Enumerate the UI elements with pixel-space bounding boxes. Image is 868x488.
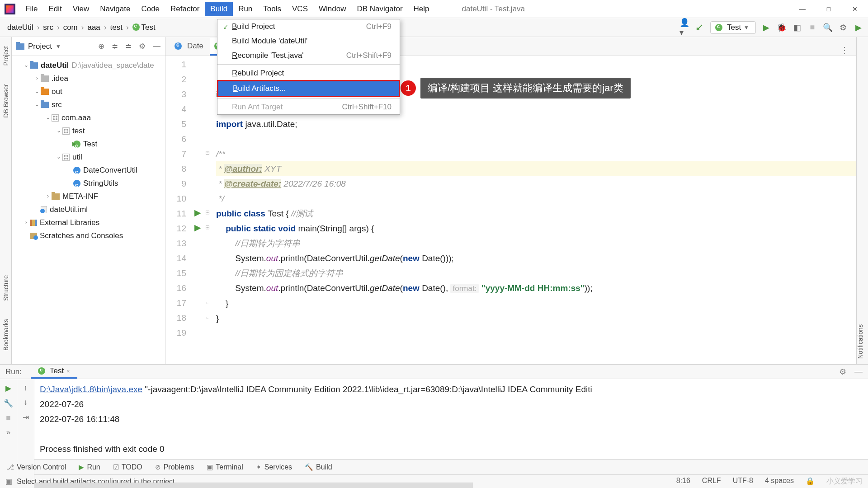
tree-external-libraries[interactable]: ›External Libraries	[14, 216, 163, 229]
window-title: dateUtil - Test.java	[462, 5, 525, 14]
rail-structure[interactable]: Structure	[2, 275, 9, 301]
tree-test[interactable]: ⌄test	[14, 124, 163, 137]
project-header-label[interactable]: Project	[28, 42, 52, 51]
exit-button[interactable]: »	[6, 428, 10, 437]
run-header-label: Run:	[5, 367, 22, 376]
menu-window[interactable]: Window	[313, 2, 351, 16]
run-output[interactable]: D:\Java\jdk1.8\bin\java.exe "-javaagent:…	[34, 379, 868, 488]
rerun-button[interactable]: ▶	[5, 384, 11, 393]
menu-navigate[interactable]: Navigate	[94, 2, 136, 16]
menu-view[interactable]: View	[67, 2, 95, 16]
tab-date[interactable]: Date	[170, 38, 210, 56]
project-header: Project ▼ ⊕ ≑ ≐ ⚙ —	[12, 37, 165, 56]
down-stack-button[interactable]: ↓	[24, 398, 28, 407]
breadcrumb[interactable]: dateUtil›src›com›aaa›test›Test	[5, 22, 158, 33]
crumb-test[interactable]: Test	[130, 22, 158, 33]
locate-icon[interactable]: ⊕	[98, 42, 104, 51]
run-tab-label: Test	[50, 366, 64, 375]
callout-number: 1	[401, 80, 416, 96]
tree-dateconvertutil[interactable]: DateConvertUtil	[14, 164, 163, 177]
maximize-button[interactable]: □	[816, 0, 842, 18]
folder-icon	[16, 43, 24, 50]
run-settings-icon[interactable]: ⚙	[839, 367, 846, 377]
collapse-all-icon[interactable]: ≐	[125, 42, 132, 51]
settings-icon[interactable]: ⚙	[139, 42, 146, 51]
class-icon	[175, 42, 182, 50]
crumb-test[interactable]: test	[108, 22, 125, 33]
run-config-selector[interactable]: Test ▼	[710, 21, 756, 34]
menu-tools[interactable]: Tools	[258, 2, 287, 16]
project-tree[interactable]: ⌄dateUtilD:\java\idea_space\date›.idea⌄o…	[12, 56, 165, 245]
crumb-src[interactable]: src	[40, 22, 56, 33]
menu-item-recompile-test-java[interactable]: Recompile 'Test.java'Ctrl+Shift+F9	[217, 48, 400, 63]
menu-build[interactable]: Build	[205, 2, 233, 16]
project-tool-window: Project ▼ ⊕ ≑ ≐ ⚙ — ⌄dateUtilD:\java\ide…	[12, 37, 165, 364]
close-run-tab-icon[interactable]: ×	[66, 368, 70, 375]
chevron-down-icon: ▼	[744, 24, 749, 31]
tree--idea[interactable]: ›.idea	[14, 72, 163, 85]
tree-out[interactable]: ⌄out	[14, 85, 163, 98]
run-gutter[interactable]: ▶▶	[193, 56, 203, 364]
title-bar: FileEditViewNavigateCodeRefactorBuildRun…	[0, 0, 868, 18]
run-controls-col1: ▶ 🔧 ■ »	[0, 379, 17, 488]
main-menu: FileEditViewNavigateCodeRefactorBuildRun…	[20, 2, 435, 16]
rail-db-browser[interactable]: DB Browser	[2, 84, 9, 118]
menu-item-build-module-dateutil[interactable]: Build Module 'dateUtil'	[217, 34, 400, 48]
menu-file[interactable]: File	[20, 2, 43, 16]
up-stack-button[interactable]: ↑	[24, 384, 28, 393]
tree-com-aaa[interactable]: ⌄com.aaa	[14, 111, 163, 124]
coverage-button[interactable]: ◧	[792, 23, 802, 33]
menu-refactor[interactable]: Refactor	[165, 2, 205, 16]
build-icon[interactable]	[695, 23, 705, 33]
ide-run-icon[interactable]: ▶	[854, 23, 863, 33]
crumb-com[interactable]: com	[61, 22, 80, 33]
build-menu-dropdown: ↙Build ProjectCtrl+F9Build Module 'dateU…	[217, 19, 400, 115]
rail-project[interactable]: Project	[2, 46, 9, 66]
menu-help[interactable]: Help	[408, 2, 435, 16]
close-button[interactable]: ✕	[842, 0, 868, 18]
tree-scratches-and-consoles[interactable]: Scratches and Consoles	[14, 229, 163, 242]
crumb-dateutil[interactable]: dateUtil	[5, 22, 36, 33]
expand-all-icon[interactable]: ≑	[112, 42, 118, 51]
tree-dateutil[interactable]: ⌄dateUtilD:\java\idea_space\date	[14, 59, 163, 72]
menu-code[interactable]: Code	[136, 2, 165, 16]
menu-vcs[interactable]: VCS	[287, 2, 313, 16]
stop-button[interactable]: ■	[807, 23, 817, 33]
menu-run[interactable]: Run	[233, 2, 258, 16]
edit-config-button[interactable]: 🔧	[4, 399, 13, 408]
app-icon	[5, 4, 15, 14]
tabs-menu-icon[interactable]: ⋮	[833, 45, 856, 56]
menu-edit[interactable]: Edit	[43, 2, 67, 16]
minimize-button[interactable]: ―	[789, 0, 816, 18]
crumb-aaa[interactable]: aaa	[85, 22, 103, 33]
debug-button[interactable]: 🐞	[777, 23, 787, 33]
menu-item-build-artifacts[interactable]: Build Artifacts...	[217, 80, 400, 97]
add-configuration-icon[interactable]: 👤▾	[679, 23, 689, 33]
run-controls-col2: ↑ ↓ ⇥	[17, 379, 34, 488]
rail-notifications[interactable]: Notifications	[857, 42, 864, 359]
stop-button[interactable]: ■	[6, 413, 10, 422]
chevron-down-icon[interactable]: ▼	[56, 43, 61, 50]
status-window-icon[interactable]: ▣	[5, 477, 12, 486]
run-tab[interactable]: Test ×	[31, 365, 77, 379]
settings-icon[interactable]: ⚙	[838, 23, 848, 33]
tree-dateutil-iml[interactable]: dateUtil.iml	[14, 203, 163, 216]
rail-bookmarks[interactable]: Bookmarks	[2, 319, 9, 351]
tree-src[interactable]: ⌄src	[14, 98, 163, 111]
tree-util[interactable]: ⌄util	[14, 150, 163, 164]
navigation-bar: dateUtil›src›com›aaa›test›Test 👤▾ Test ▼…	[0, 18, 868, 37]
tree-test[interactable]: Test	[14, 137, 163, 150]
run-config-label: Test	[727, 23, 741, 32]
soft-wrap-button[interactable]: ⇥	[23, 413, 29, 422]
hide-icon[interactable]: —	[153, 42, 160, 51]
fold-gutter[interactable]: ⊟⊟⊟⌞⌞	[203, 56, 212, 364]
horizontal-scrollbar[interactable]	[34, 483, 473, 488]
menu-item-rebuild-project[interactable]: Rebuild Project	[217, 66, 400, 80]
run-button[interactable]: ▶	[761, 23, 771, 33]
hide-run-icon[interactable]: —	[854, 367, 863, 377]
menu-item-build-project[interactable]: ↙Build ProjectCtrl+F9	[217, 19, 400, 34]
search-everywhere-icon[interactable]: 🔍	[823, 23, 833, 33]
tree-meta-inf[interactable]: ›META-INF	[14, 190, 163, 203]
menu-db-navigator[interactable]: DB Navigator	[351, 2, 408, 16]
tree-stringutils[interactable]: StringUtils	[14, 177, 163, 190]
